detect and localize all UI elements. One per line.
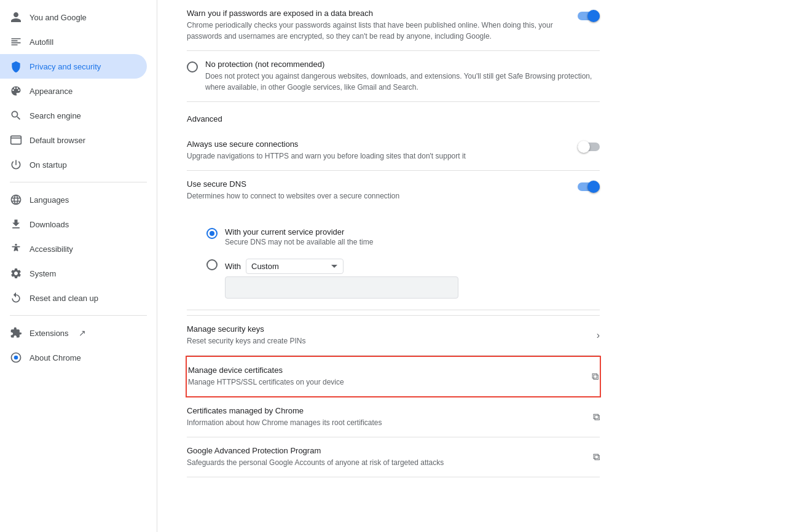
search-icon xyxy=(10,109,22,122)
manage-device-certs-row[interactable]: Manage device certificates Manage HTTPS/… xyxy=(186,356,601,397)
password-breach-title: Warn you if passwords are exposed in a d… xyxy=(187,9,568,18)
sidebar-item-languages[interactable]: Languages xyxy=(0,187,147,212)
sidebar-item-search-engine[interactable]: Search engine xyxy=(0,103,147,128)
main-content: Warn you if passwords are exposed in a d… xyxy=(157,0,797,532)
sidebar-item-label: Privacy and security xyxy=(29,62,101,71)
google-advanced-protection-row[interactable]: Google Advanced Protection Program Safeg… xyxy=(187,437,600,477)
sidebar-item-label: System xyxy=(29,269,56,278)
dns-custom-input-box xyxy=(225,276,458,299)
sidebar-item-you-and-google[interactable]: You and Google xyxy=(0,5,147,29)
autofill-icon xyxy=(10,36,22,48)
sidebar-item-default-browser[interactable]: Default browser xyxy=(0,128,147,152)
certs-managed-desc: Information about how Chrome manages its… xyxy=(187,417,588,428)
external-link-icon: ↗ xyxy=(79,328,86,338)
shield-icon xyxy=(10,60,22,72)
sidebar-divider xyxy=(10,182,147,182)
reset-icon xyxy=(10,292,22,304)
download-icon xyxy=(10,218,22,230)
sidebar-item-reset-and-clean-up[interactable]: Reset and clean up xyxy=(0,286,147,310)
certs-managed-title: Certificates managed by Chrome xyxy=(187,406,588,415)
manage-security-keys-title: Manage security keys xyxy=(187,324,592,334)
sidebar-item-appearance[interactable]: Appearance xyxy=(0,79,147,103)
sidebar-item-extensions[interactable]: Extensions ↗ xyxy=(0,321,147,345)
sidebar-item-label: You and Google xyxy=(29,13,87,22)
sidebar-item-label: Default browser xyxy=(29,136,85,145)
sidebar-item-downloads[interactable]: Downloads xyxy=(0,212,147,237)
google-advanced-protection-desc: Safeguards the personal Google Accounts … xyxy=(187,457,588,468)
sidebar-item-label: Downloads xyxy=(29,220,69,229)
sidebar: You and Google Autofill Privacy and secu… xyxy=(0,0,157,532)
chevron-right-icon: › xyxy=(597,330,600,341)
power-icon xyxy=(10,158,22,171)
dns-option1-label: With your current service provider xyxy=(225,227,458,237)
external-link-icon-certs: ⧉ xyxy=(592,371,599,382)
manage-security-keys-row[interactable]: Manage security keys Reset security keys… xyxy=(187,315,600,356)
sidebar-item-about-chrome[interactable]: About Chrome xyxy=(0,345,147,370)
secure-connections-title: Always use secure connections xyxy=(187,139,568,149)
secure-connections-toggle[interactable] xyxy=(578,141,600,153)
dns-radio-custom[interactable] xyxy=(206,259,218,270)
sidebar-divider-2 xyxy=(10,315,147,316)
sidebar-item-label: Search engine xyxy=(29,111,81,120)
no-protection-desc: Does not protect you against dangerous w… xyxy=(205,71,600,93)
sidebar-item-label: Languages xyxy=(29,195,69,205)
password-breach-desc: Chrome periodically checks your password… xyxy=(187,20,568,42)
svg-point-2 xyxy=(15,244,17,246)
sidebar-item-accessibility[interactable]: Accessibility xyxy=(0,237,147,261)
sidebar-item-on-startup[interactable]: On startup xyxy=(0,152,147,177)
globe-icon xyxy=(10,194,22,206)
person-icon xyxy=(10,11,22,23)
manage-device-certs-title: Manage device certificates xyxy=(188,366,587,375)
sidebar-item-label: Appearance xyxy=(29,87,73,96)
password-breach-row: Warn you if passwords are exposed in a d… xyxy=(187,0,600,51)
palette-icon xyxy=(10,85,22,97)
browser-icon xyxy=(10,134,22,146)
dns-option1-sub: Secure DNS may not be available all the … xyxy=(225,238,458,246)
dns-option-current-provider[interactable]: With your current service provider Secur… xyxy=(206,221,458,252)
no-protection-row: No protection (not recommended) Does not… xyxy=(187,51,600,102)
dns-with-label: With xyxy=(225,262,241,271)
secure-dns-toggle[interactable] xyxy=(578,181,600,193)
dns-option2-label: With Custom Google (Public DNS) Cloudfla… xyxy=(225,259,458,274)
sidebar-item-label: On startup xyxy=(29,160,67,170)
sidebar-item-label: Autofill xyxy=(29,37,53,47)
advanced-header: Advanced xyxy=(187,102,600,131)
sidebar-item-privacy-and-security[interactable]: Privacy and security xyxy=(0,54,147,79)
dns-custom-dropdown[interactable]: Custom Google (Public DNS) Cloudflare (1… xyxy=(246,259,344,274)
sidebar-item-system[interactable]: System xyxy=(0,261,147,286)
sidebar-item-label: Extensions xyxy=(29,329,69,338)
dns-option-custom[interactable]: With Custom Google (Public DNS) Cloudfla… xyxy=(206,252,458,305)
sidebar-item-label: Reset and clean up xyxy=(29,294,98,303)
manage-security-keys-desc: Reset security keys and create PINs xyxy=(187,335,592,346)
system-icon xyxy=(10,267,22,280)
toggle-thumb-off xyxy=(578,141,590,153)
secure-dns-title: Use secure DNS xyxy=(187,179,568,189)
external-link-icon-protection: ⧉ xyxy=(593,452,600,463)
password-breach-toggle[interactable] xyxy=(578,10,600,22)
dns-radio-group: With your current service provider Secur… xyxy=(187,216,458,310)
external-link-icon-certs-managed: ⧉ xyxy=(593,412,600,423)
sidebar-item-label: About Chrome xyxy=(29,353,81,362)
google-advanced-protection-title: Google Advanced Protection Program xyxy=(187,446,588,455)
no-protection-title: No protection (not recommended) xyxy=(205,60,600,69)
toggle-thumb xyxy=(587,10,600,22)
sidebar-item-autofill[interactable]: Autofill xyxy=(0,29,147,54)
chrome-icon xyxy=(10,351,22,364)
secure-connections-row: Always use secure connections Upgrade na… xyxy=(187,131,600,171)
no-protection-radio[interactable] xyxy=(187,61,198,72)
certs-managed-by-chrome-row[interactable]: Certificates managed by Chrome Informati… xyxy=(187,397,600,437)
secure-dns-row: Use secure DNS Determines how to connect… xyxy=(187,171,600,310)
svg-point-3 xyxy=(14,356,18,360)
dns-radio-current[interactable] xyxy=(206,228,218,239)
secure-dns-desc: Determines how to connect to websites ov… xyxy=(187,190,568,201)
sidebar-item-label: Accessibility xyxy=(29,244,73,254)
puzzle-icon xyxy=(10,327,22,339)
toggle-thumb-on2 xyxy=(587,181,600,193)
accessibility-icon xyxy=(10,243,22,255)
secure-connections-desc: Upgrade navigations to HTTPS and warn yo… xyxy=(187,151,568,162)
manage-device-certs-desc: Manage HTTPS/SSL certificates on your de… xyxy=(188,377,587,388)
svg-rect-0 xyxy=(11,136,22,144)
